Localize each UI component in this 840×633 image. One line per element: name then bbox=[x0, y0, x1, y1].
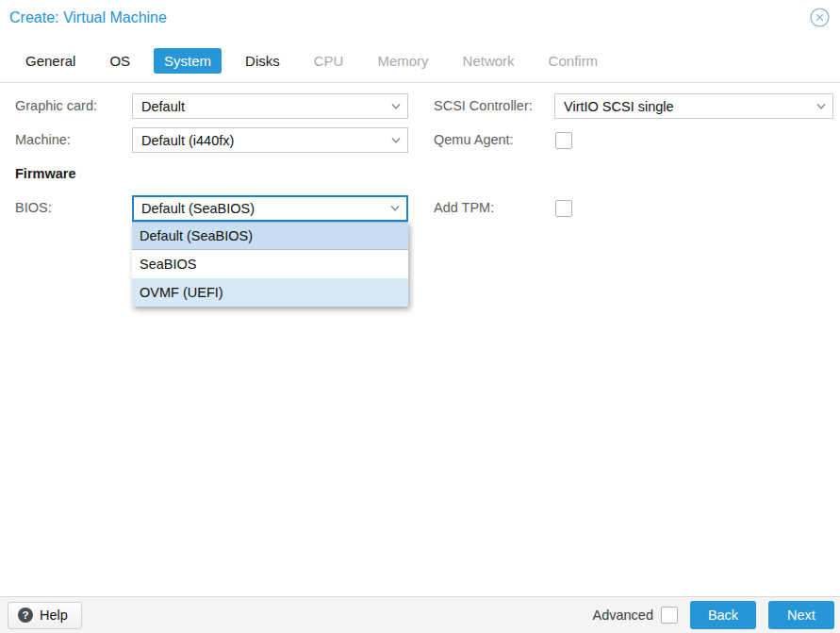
qemu-agent-label: Qemu Agent: bbox=[434, 127, 514, 153]
chevron-down-icon bbox=[385, 128, 407, 152]
tab-general[interactable]: General bbox=[15, 48, 86, 74]
tab-confirm: Confirm bbox=[538, 48, 609, 74]
tab-memory: Memory bbox=[367, 48, 438, 74]
chevron-down-icon bbox=[384, 197, 406, 220]
qemu-agent-checkbox[interactable] bbox=[555, 132, 572, 149]
question-mark-icon: ? bbox=[18, 608, 33, 623]
advanced-checkbox[interactable] bbox=[661, 607, 678, 624]
chevron-down-icon bbox=[810, 94, 832, 118]
tab-disks[interactable]: Disks bbox=[235, 48, 290, 74]
bios-value: Default (SeaBIOS) bbox=[141, 201, 255, 216]
bios-label: BIOS: bbox=[15, 195, 52, 221]
tab-system[interactable]: System bbox=[154, 48, 222, 74]
add-tpm-checkbox[interactable] bbox=[555, 200, 572, 217]
bios-option-seabios[interactable]: SeaBIOS bbox=[132, 250, 408, 278]
scsi-controller-select[interactable]: VirtIO SCSI single bbox=[554, 93, 833, 119]
next-button[interactable]: Next bbox=[768, 601, 834, 629]
scsi-controller-label: SCSI Controller: bbox=[434, 93, 533, 119]
graphic-card-select[interactable]: Default bbox=[132, 93, 408, 119]
graphic-card-label: Graphic card: bbox=[15, 93, 97, 119]
add-tpm-label: Add TPM: bbox=[434, 195, 494, 221]
wizard-tabbar: General OS System Disks CPU Memory Netwo… bbox=[0, 40, 840, 83]
firmware-section-label: Firmware bbox=[15, 161, 75, 187]
tab-cpu: CPU bbox=[304, 48, 354, 74]
close-button[interactable] bbox=[810, 9, 830, 29]
create-vm-dialog: Create: Virtual Machine General OS Syste… bbox=[0, 0, 840, 633]
help-button[interactable]: ? Help bbox=[8, 602, 82, 629]
dialog-title: Create: Virtual Machine bbox=[9, 9, 167, 26]
tab-network: Network bbox=[453, 48, 525, 74]
bios-option-default-seabios[interactable]: Default (SeaBIOS) bbox=[132, 222, 408, 250]
machine-select[interactable]: Default (i440fx) bbox=[132, 127, 408, 153]
dialog-titlebar: Create: Virtual Machine bbox=[0, 0, 840, 40]
help-button-label: Help bbox=[40, 608, 68, 623]
dialog-footer: ? Help Advanced Back Next bbox=[0, 596, 840, 633]
circled-x-icon bbox=[810, 8, 830, 31]
advanced-label: Advanced bbox=[593, 608, 654, 623]
bios-dropdown-list: Default (SeaBIOS) SeaBIOS OVMF (UEFI) bbox=[132, 222, 408, 307]
machine-value: Default (i440fx) bbox=[141, 133, 234, 148]
bios-select[interactable]: Default (SeaBIOS) bbox=[132, 195, 408, 222]
back-button[interactable]: Back bbox=[690, 601, 756, 629]
chevron-down-icon bbox=[385, 94, 407, 118]
footer-actions: Advanced Back Next bbox=[593, 601, 835, 629]
scsi-controller-value: VirtIO SCSI single bbox=[564, 99, 674, 114]
bios-option-ovmf-uefi[interactable]: OVMF (UEFI) bbox=[132, 278, 408, 307]
machine-label: Machine: bbox=[15, 127, 71, 153]
tab-os[interactable]: OS bbox=[99, 48, 140, 74]
graphic-card-value: Default bbox=[141, 99, 185, 114]
